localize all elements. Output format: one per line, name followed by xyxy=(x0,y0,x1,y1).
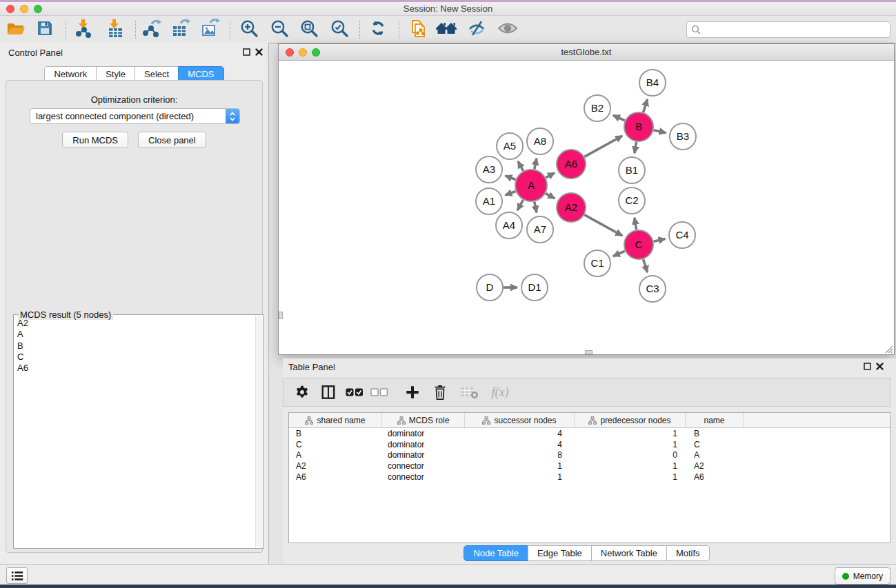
graph-edge-A-A5[interactable] xyxy=(518,161,524,171)
column-header-predecessor-nodes[interactable]: predecessor nodes xyxy=(575,413,686,427)
result-item[interactable]: A2 xyxy=(14,318,255,329)
table-delete-icon xyxy=(460,385,479,399)
graph-edge-A6-B[interactable] xyxy=(584,136,622,156)
deselect-all-button[interactable] xyxy=(368,381,391,404)
create-column-button[interactable] xyxy=(401,381,424,404)
tab-node-table[interactable]: Node Table xyxy=(464,545,528,561)
graph-edge-B-B3[interactable] xyxy=(653,130,666,133)
result-item[interactable]: A6 xyxy=(14,363,255,374)
zoom-fit-button[interactable] xyxy=(299,19,319,40)
graph-node-A5[interactable]: A5 xyxy=(497,133,523,159)
close-table-panel-icon[interactable] xyxy=(876,363,884,370)
graph-edge-A-A1[interactable] xyxy=(505,191,515,195)
graph-node-C3[interactable]: C3 xyxy=(639,276,666,302)
graph-node-A2[interactable]: A2 xyxy=(557,193,586,222)
task-history-button[interactable] xyxy=(6,567,28,584)
graph-node-B[interactable]: B xyxy=(624,112,653,141)
graph-edge-A-A6[interactable] xyxy=(546,173,555,178)
graph-node-B4[interactable]: B4 xyxy=(639,70,666,96)
graph-node-A[interactable]: A xyxy=(515,170,547,201)
tab-motifs[interactable]: Motifs xyxy=(666,545,710,561)
graph-edge-C-C1[interactable] xyxy=(613,251,625,256)
graph-node-A4[interactable]: A4 xyxy=(496,212,522,239)
control-panel-header: Control Panel xyxy=(0,43,268,62)
graph-edge-C-C2[interactable] xyxy=(635,218,637,230)
show-graphics-details-button[interactable] xyxy=(497,19,518,40)
column-header-successor-nodes[interactable]: successor nodes xyxy=(465,413,575,427)
canvas-vertical-scroll-nub[interactable] xyxy=(279,312,283,319)
delete-table-button[interactable] xyxy=(457,381,481,404)
graph-edge-C-C3[interactable] xyxy=(644,259,648,272)
canvas-horizontal-scroll-nub[interactable] xyxy=(585,350,593,354)
resize-grip[interactable] xyxy=(884,345,893,354)
memory-button[interactable]: Memory xyxy=(835,567,890,585)
result-item[interactable]: C xyxy=(14,352,255,363)
graph-node-B2[interactable]: B2 xyxy=(584,95,610,121)
graph-node-A7[interactable]: A7 xyxy=(527,216,553,243)
graph-edge-A-A3[interactable] xyxy=(505,176,515,180)
select-all-button[interactable] xyxy=(343,381,366,404)
graph-node-B3[interactable]: B3 xyxy=(670,123,696,150)
zoom-selected-button[interactable] xyxy=(329,19,350,40)
open-network-file-button[interactable] xyxy=(408,19,429,40)
graph-edge-A-A2[interactable] xyxy=(546,194,555,199)
float-table-panel-icon[interactable] xyxy=(864,363,871,370)
column-header-shared-name[interactable]: shared name xyxy=(289,413,382,427)
run-mcds-button[interactable]: Run MCDS xyxy=(62,132,128,148)
criterion-dropdown[interactable]: largest connected component (directed) xyxy=(30,108,240,124)
zoom-in-button[interactable] xyxy=(239,19,259,40)
graph-node-A3[interactable]: A3 xyxy=(476,156,502,183)
graph-edge-A-A8[interactable] xyxy=(535,158,537,169)
show-columns-button[interactable] xyxy=(317,381,340,404)
graph-edge-B-B1[interactable] xyxy=(635,142,637,154)
column-header-name[interactable]: name xyxy=(686,413,744,427)
table-row[interactable]: Bdominator41B xyxy=(289,428,890,439)
graph-edge-B-B2[interactable] xyxy=(613,115,625,121)
table-row[interactable]: A6connector11A6 xyxy=(289,472,890,483)
column-header-MCDS-role[interactable]: MCDS role xyxy=(382,413,465,427)
graph-node-D1[interactable]: D1 xyxy=(521,274,548,301)
hide-graphics-details-button[interactable] xyxy=(466,19,487,40)
graph-node-C2[interactable]: C2 xyxy=(619,187,645,214)
table-row[interactable]: A2connector11A2 xyxy=(289,460,890,472)
search-input[interactable] xyxy=(704,23,890,37)
table-row[interactable]: Adominator80A xyxy=(289,450,890,461)
table-settings-button[interactable] xyxy=(290,381,314,404)
graph-edge-A2-C[interactable] xyxy=(584,215,622,236)
graph-node-A1[interactable]: A1 xyxy=(476,188,502,214)
result-item[interactable]: B xyxy=(14,341,255,352)
graph-edge-C-C4[interactable] xyxy=(653,239,665,241)
graph-node-A8[interactable]: A8 xyxy=(527,128,553,154)
delete-column-button[interactable] xyxy=(428,381,452,404)
export-network-button[interactable] xyxy=(141,19,162,40)
trash-icon xyxy=(432,384,448,401)
graph-edge-A-A7[interactable] xyxy=(535,202,537,213)
graph-edge-A-A4[interactable] xyxy=(517,200,523,210)
graph-node-C4[interactable]: C4 xyxy=(669,222,695,248)
result-scrollbar[interactable] xyxy=(255,316,262,547)
float-panel-icon[interactable] xyxy=(243,48,250,56)
export-image-button[interactable] xyxy=(200,19,221,40)
graph-node-C[interactable]: C xyxy=(624,230,653,259)
refresh-button[interactable] xyxy=(368,19,388,40)
graph-node-D[interactable]: D xyxy=(477,274,503,301)
tab-edge-table[interactable]: Edge Table xyxy=(528,545,592,561)
graph-node-B1[interactable]: B1 xyxy=(619,157,645,183)
graph-edge-B-B4[interactable] xyxy=(644,99,648,112)
network-canvas[interactable]: B4B2BB3A8A5A6A3B1AA1C2A2A4A7C4CC1C3DD1 xyxy=(279,61,894,354)
save-session-button[interactable] xyxy=(34,19,55,40)
function-builder-button[interactable]: f(x) xyxy=(485,381,515,404)
export-table-button[interactable] xyxy=(170,19,191,40)
tab-network-table[interactable]: Network Table xyxy=(591,545,667,561)
close-panel-icon[interactable] xyxy=(255,48,263,56)
graph-node-C1[interactable]: C1 xyxy=(584,250,610,276)
open-session-button[interactable] xyxy=(6,19,26,40)
result-item[interactable]: A xyxy=(14,329,255,340)
zoom-out-button[interactable] xyxy=(269,19,290,40)
import-table-button[interactable] xyxy=(105,19,126,40)
table-row[interactable]: Cdominator41C xyxy=(289,439,890,450)
import-network-button[interactable] xyxy=(73,19,94,40)
close-panel-button[interactable]: Close panel xyxy=(138,132,206,148)
home-button[interactable] xyxy=(436,19,457,40)
graph-node-A6[interactable]: A6 xyxy=(557,150,586,179)
